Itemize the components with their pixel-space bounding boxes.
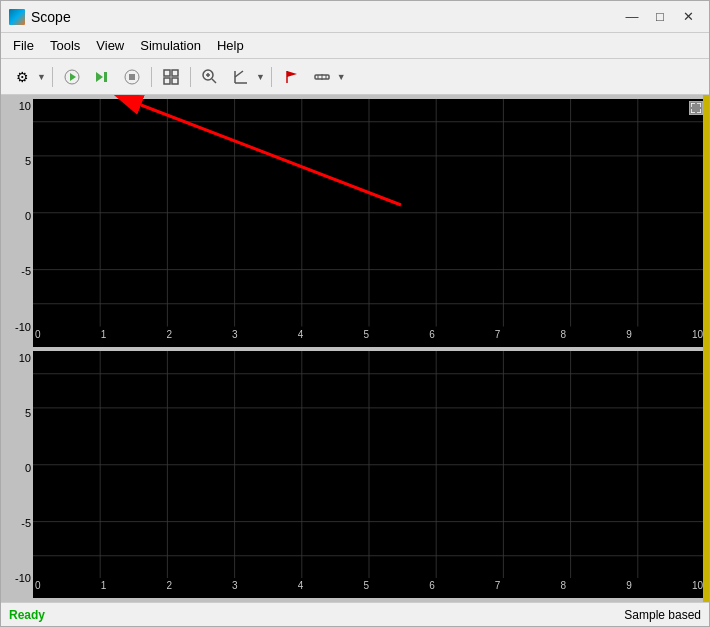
separator-1	[52, 67, 53, 87]
menu-view[interactable]: View	[88, 36, 132, 55]
svg-rect-8	[164, 78, 170, 84]
plot2-wrapper: 10 5 0 -5 -10	[5, 351, 705, 599]
x-label-10-1: 10	[692, 329, 703, 345]
menu-tools[interactable]: Tools	[42, 36, 88, 55]
x-label-2-2: 2	[166, 580, 172, 596]
svg-rect-3	[104, 72, 107, 82]
expand-button-1[interactable]	[689, 101, 703, 115]
axes-icon	[227, 64, 255, 90]
menu-file[interactable]: File	[5, 36, 42, 55]
step-button[interactable]	[88, 64, 116, 90]
y-label-10-bot: 10	[19, 353, 31, 364]
flag-icon	[283, 69, 299, 85]
svg-line-13	[212, 79, 216, 83]
status-sample-based: Sample based	[624, 608, 701, 622]
toolbar: ⚙ ▼	[1, 59, 709, 95]
step-icon	[94, 69, 110, 85]
axes-dropdown[interactable]: ▼	[226, 64, 266, 90]
menu-simulation[interactable]: Simulation	[132, 36, 209, 55]
y-label-5-bot: 5	[25, 408, 31, 419]
x-label-8-1: 8	[561, 329, 567, 345]
maximize-button[interactable]: □	[647, 6, 673, 28]
x-label-3-1: 3	[232, 329, 238, 345]
x-label-0-2: 0	[35, 580, 41, 596]
scope-area: 10 5 0 -5 -10	[1, 95, 709, 602]
settings-dropdown-arrow: ▼	[37, 72, 46, 82]
title-left: Scope	[9, 9, 71, 25]
x-label-7-1: 7	[495, 329, 501, 345]
stop-icon	[124, 69, 140, 85]
x-label-4-2: 4	[298, 580, 304, 596]
plot2-x-axis: 0 1 2 3 4 5 6 7 8 9 10	[33, 580, 705, 596]
menu-bar: File Tools View Simulation Help	[1, 33, 709, 59]
minimize-button[interactable]: —	[619, 6, 645, 28]
y-label-n10-bot: -10	[15, 573, 31, 584]
y-label-0-bot: 0	[25, 463, 31, 474]
plots-container: 10 5 0 -5 -10	[1, 95, 709, 602]
svg-marker-18	[287, 71, 297, 77]
plot2-area[interactable]: 0 1 2 3 4 5 6 7 8 9 10	[33, 351, 705, 599]
run-button[interactable]	[58, 64, 86, 90]
plot2-grid	[33, 351, 705, 579]
axes-dropdown-arrow: ▼	[256, 72, 265, 82]
x-label-9-1: 9	[626, 329, 632, 345]
svg-rect-7	[172, 70, 178, 76]
status-ready: Ready	[9, 608, 45, 622]
x-label-4-1: 4	[298, 329, 304, 345]
stop-button[interactable]	[118, 64, 146, 90]
x-label-7-2: 7	[495, 580, 501, 596]
x-label-1-2: 1	[101, 580, 107, 596]
x-label-8-2: 8	[561, 580, 567, 596]
plot2-y-axis: 10 5 0 -5 -10	[5, 351, 33, 599]
separator-4	[271, 67, 272, 87]
title-controls: — □ ✕	[619, 6, 701, 28]
zoomin-button[interactable]	[196, 64, 224, 90]
svg-rect-5	[129, 74, 135, 80]
y-label-n5-top: -5	[21, 266, 31, 277]
expand-icon-1	[691, 103, 701, 113]
svg-line-16	[235, 71, 243, 77]
settings-icon: ⚙	[8, 64, 36, 90]
x-label-9-2: 9	[626, 580, 632, 596]
zoomin-icon	[202, 69, 218, 85]
flag-button[interactable]	[277, 64, 305, 90]
layout-icon	[163, 69, 179, 85]
measure-dropdown[interactable]: ▼	[307, 64, 347, 90]
x-label-5-2: 5	[363, 580, 369, 596]
plot1-x-axis: 0 1 2 3 4 5 6 7 8 9 10	[33, 329, 705, 345]
title-bar: Scope — □ ✕	[1, 1, 709, 33]
right-border	[703, 95, 709, 602]
separator-3	[190, 67, 191, 87]
measure-dropdown-arrow: ▼	[337, 72, 346, 82]
y-label-n5-bot: -5	[21, 518, 31, 529]
svg-marker-1	[70, 73, 76, 81]
x-label-0-1: 0	[35, 329, 41, 345]
layout-button[interactable]	[157, 64, 185, 90]
x-label-6-2: 6	[429, 580, 435, 596]
x-label-6-1: 6	[429, 329, 435, 345]
y-label-n10-top: -10	[15, 322, 31, 333]
app-icon	[9, 9, 25, 25]
y-label-5-top: 5	[25, 156, 31, 167]
measure-icon	[308, 64, 336, 90]
separator-2	[151, 67, 152, 87]
x-label-5-1: 5	[363, 329, 369, 345]
status-bar: Ready Sample based	[1, 602, 709, 626]
svg-marker-2	[96, 72, 103, 82]
svg-rect-9	[172, 78, 178, 84]
settings-dropdown[interactable]: ⚙ ▼	[7, 64, 47, 90]
main-window: Scope — □ ✕ File Tools View Simulation H…	[0, 0, 710, 627]
x-label-10-2: 10	[692, 580, 703, 596]
x-label-1-1: 1	[101, 329, 107, 345]
plot1-area[interactable]: 0 1 2 3 4 5 6 7 8 9 10	[33, 99, 705, 347]
x-label-2-1: 2	[166, 329, 172, 345]
close-button[interactable]: ✕	[675, 6, 701, 28]
y-label-10-top: 10	[19, 101, 31, 112]
menu-help[interactable]: Help	[209, 36, 252, 55]
y-label-0-top: 0	[25, 211, 31, 222]
plot1-wrapper: 10 5 0 -5 -10	[5, 99, 705, 347]
plot1-y-axis: 10 5 0 -5 -10	[5, 99, 33, 347]
x-label-3-2: 3	[232, 580, 238, 596]
plot1-grid	[33, 99, 705, 327]
run-icon	[64, 69, 80, 85]
